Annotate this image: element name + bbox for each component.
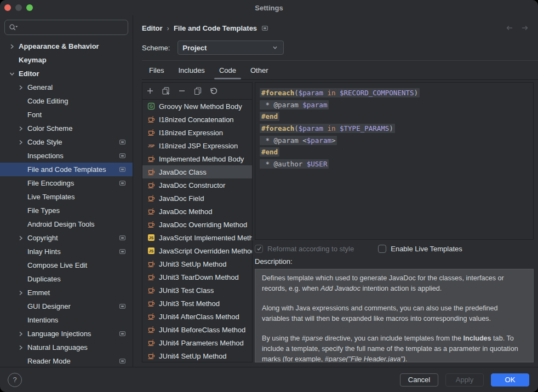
- sidebar-item-gui-designer[interactable]: GUI Designer: [0, 299, 133, 313]
- monitor-icon: [119, 358, 126, 365]
- template-item-junit4-afterclass-method[interactable]: JUnit4 AfterClass Method: [142, 310, 252, 323]
- tab-includes[interactable]: Includes: [171, 61, 211, 79]
- sidebar-item-label: Natural Languages: [27, 343, 88, 351]
- breadcrumb-separator-icon: ›: [167, 24, 169, 32]
- sidebar-item-editor[interactable]: Editor: [0, 67, 133, 80]
- zoom-button[interactable]: [26, 4, 33, 11]
- sidebar-item-inlay-hints[interactable]: Inlay Hints: [0, 245, 133, 258]
- sidebar-item-label: File Encodings: [27, 179, 74, 187]
- breadcrumb-page: File and Code Templates: [174, 24, 257, 32]
- sidebar-item-emmet[interactable]: Emmet: [0, 286, 133, 299]
- chevron-down-icon[interactable]: [8, 70, 16, 78]
- sidebar-item-inspections[interactable]: Inspections: [0, 149, 133, 163]
- settings-window: Settings Appearance & BehaviorKeymapEdit…: [0, 0, 538, 392]
- checkbox-checked-icon: [255, 245, 263, 253]
- settings-sidebar: Appearance & BehaviorKeymapEditorGeneral…: [0, 15, 133, 367]
- sidebar-item-code-style[interactable]: Code Style: [0, 135, 133, 149]
- sidebar-item-duplicates[interactable]: Duplicates: [0, 272, 133, 286]
- chevron-right-icon[interactable]: [8, 42, 16, 51]
- svg-text:JS: JS: [149, 249, 154, 253]
- chevron-right-icon[interactable]: [16, 138, 25, 147]
- chevron-right-icon[interactable]: [16, 289, 25, 297]
- chevron-right-icon[interactable]: [16, 330, 25, 338]
- breadcrumb-editor[interactable]: Editor: [142, 24, 163, 32]
- settings-search-input[interactable]: [4, 20, 128, 35]
- sidebar-item-label: Reader Mode: [27, 357, 71, 365]
- sidebar-item-language-injections[interactable]: Language Injections: [0, 327, 133, 341]
- description-label: Description:: [255, 257, 534, 266]
- ok-button[interactable]: OK: [491, 373, 529, 387]
- forward-arrow-icon[interactable]: [520, 24, 529, 32]
- svg-text:JS: JS: [149, 235, 154, 240]
- template-item-javascript-implemented-method[interactable]: JSJavaScript Implemented Method: [142, 231, 252, 244]
- sidebar-item-reader-mode[interactable]: Reader Mode: [0, 354, 133, 367]
- template-item-junit3-test-class[interactable]: JUnit3 Test Class: [142, 284, 252, 297]
- sidebar-item-file-and-code-templates[interactable]: File and Code Templates: [0, 163, 133, 176]
- chevron-right-icon[interactable]: [16, 234, 25, 243]
- template-item-javadoc-field[interactable]: JavaDoc Field: [142, 192, 252, 205]
- sidebar-item-keymap[interactable]: Keymap: [0, 53, 133, 67]
- scheme-selected-value: Project: [182, 44, 207, 52]
- sidebar-item-natural-languages[interactable]: Natural Languages: [0, 341, 133, 354]
- chevron-right-icon[interactable]: [16, 343, 25, 352]
- remove-template-button[interactable]: [178, 87, 186, 95]
- reformat-checkbox-label: Reformat according to style: [267, 245, 354, 253]
- template-item-junit4-beforeclass-method[interactable]: JUnit4 BeforeClass Method: [142, 323, 252, 336]
- reformat-checkbox[interactable]: Reformat according to style: [255, 245, 354, 253]
- template-item-javadoc-constructor[interactable]: JavaDoc Constructor: [142, 178, 252, 192]
- template-item-junit4-parameters-method[interactable]: JUnit4 Parameters Method: [142, 336, 252, 349]
- close-button[interactable]: [4, 4, 11, 11]
- tab-files[interactable]: Files: [142, 61, 171, 79]
- copy-template-button[interactable]: [193, 87, 202, 95]
- sidebar-item-code-editing[interactable]: Code Editing: [0, 94, 133, 108]
- template-item-junit3-test-method[interactable]: JUnit3 Test Method: [142, 297, 252, 310]
- sidebar-item-label: Keymap: [19, 56, 47, 64]
- sidebar-item-file-encodings[interactable]: File Encodings: [0, 176, 133, 190]
- window-controls: [4, 4, 33, 11]
- java-class-icon: [147, 338, 156, 347]
- template-item-javadoc-method[interactable]: JavaDoc Method: [142, 205, 252, 218]
- code-line: * @author $USER: [260, 158, 533, 170]
- template-item-i18nized-expression[interactable]: I18nized Expression: [142, 126, 252, 139]
- sidebar-item-android-design-tools[interactable]: Android Design Tools: [0, 217, 133, 231]
- template-tabs: FilesIncludesCodeOther: [142, 61, 538, 80]
- sidebar-item-file-types[interactable]: File Types: [0, 204, 133, 217]
- sidebar-item-font[interactable]: Font: [0, 108, 133, 122]
- template-item-junit3-teardown-method[interactable]: JUnit3 TearDown Method: [142, 270, 252, 284]
- template-item-i18nized-concatenation[interactable]: I18nized Concatenation: [142, 113, 252, 126]
- sidebar-item-label: Font: [27, 111, 42, 119]
- cancel-button[interactable]: Cancel: [400, 373, 438, 387]
- sidebar-item-general[interactable]: General: [0, 80, 133, 94]
- chevron-right-icon[interactable]: [16, 83, 25, 92]
- back-arrow-icon[interactable]: [505, 24, 514, 32]
- enable-live-templates-checkbox[interactable]: Enable Live Templates: [378, 245, 462, 253]
- template-item-groovy-new-method-body[interactable]: GGroovy New Method Body: [142, 100, 252, 113]
- scheme-select[interactable]: Project: [178, 41, 284, 55]
- template-item-junit4-setup-method[interactable]: JUnit4 SetUp Method: [142, 349, 252, 362]
- apply-button[interactable]: Apply: [445, 373, 484, 387]
- template-item-implemented-method-body[interactable]: Implemented Method Body: [142, 152, 252, 165]
- sidebar-item-live-templates[interactable]: Live Templates: [0, 190, 133, 204]
- minimize-button[interactable]: [15, 4, 22, 11]
- create-child-template-button[interactable]: [162, 87, 170, 95]
- tab-other[interactable]: Other: [243, 61, 276, 79]
- template-item-i18nized-jsp-expression[interactable]: JSPI18nized JSP Expression: [142, 139, 252, 152]
- template-item-javascript-overridden-method[interactable]: JSJavaScript Overridden Method: [142, 244, 252, 257]
- template-editor[interactable]: #foreach($param in $RECORD_COMPONENTS) *…: [255, 82, 534, 240]
- chevron-right-icon[interactable]: [16, 124, 25, 133]
- add-template-button[interactable]: [146, 87, 154, 95]
- sidebar-item-color-scheme[interactable]: Color Scheme: [0, 122, 133, 135]
- reset-templates-button[interactable]: [209, 87, 218, 95]
- sidebar-item-copyright[interactable]: Copyright: [0, 231, 133, 245]
- template-item-junit3-setup-method[interactable]: JUnit3 SetUp Method: [142, 257, 252, 270]
- sidebar-item-intentions[interactable]: Intentions: [0, 313, 133, 327]
- template-item-javadoc-class[interactable]: JavaDoc Class: [142, 165, 252, 178]
- sidebar-item-label: Copyright: [27, 234, 58, 242]
- tab-code[interactable]: Code: [212, 61, 243, 79]
- template-item-javadoc-overriding-method[interactable]: JavaDoc Overriding Method: [142, 218, 252, 231]
- java-class-icon: [147, 115, 156, 124]
- sidebar-item-appearance-behavior[interactable]: Appearance & Behavior: [0, 39, 133, 53]
- sidebar-item-compose-live-edit[interactable]: Compose Live Edit: [0, 258, 133, 272]
- description-panel[interactable]: Defines template which used to generate …: [255, 269, 534, 362]
- help-button[interactable]: ?: [8, 373, 22, 387]
